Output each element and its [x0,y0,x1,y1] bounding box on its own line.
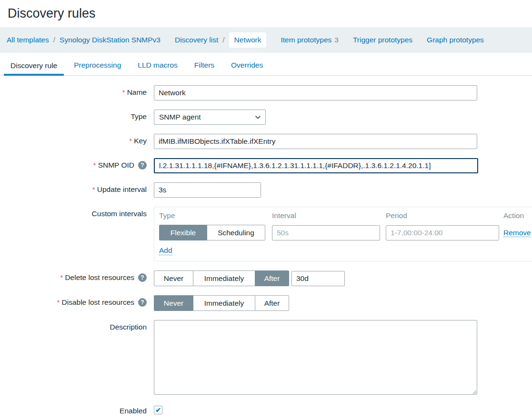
enabled-label-text: Enabled [120,407,147,415]
enabled-label: Enabled [0,404,147,415]
required-marker: * [93,161,96,170]
item-prototypes-count-badge: 3 [334,36,339,44]
breadcrumb-template-name[interactable]: Synology DiskStation SNMPv3 [60,36,161,44]
help-icon[interactable]: ? [138,161,147,170]
required-marker: * [92,185,95,194]
column-header-interval: Interval [272,211,386,220]
key-label-text: Key [134,137,147,145]
breadcrumb: All templates / Synology DiskStation SNM… [0,27,532,53]
scheduling-button[interactable]: Scheduling [207,225,265,240]
required-marker: * [57,298,60,307]
update-interval-input[interactable] [154,182,261,198]
delete-lost-resources-label: * Delete lost resources ? [0,270,147,282]
custom-intervals-row: Custom intervals Type Interval Period Ac… [0,207,532,261]
custom-intervals-label: Custom intervals [0,207,147,218]
chevron-down-icon [255,116,261,119]
snmp-oid-input[interactable] [154,158,478,173]
tab-lld-macros[interactable]: LLD macros [131,55,184,75]
disable-after-button[interactable]: After [255,295,289,311]
delete-immediately-button[interactable]: Immediately [193,270,255,286]
column-header-type: Type [159,211,272,220]
delete-lost-toggle: Never Immediately After [154,270,289,286]
disable-never-button[interactable]: Never [154,295,193,311]
nav-trigger-prototypes[interactable]: Trigger prototypes [353,36,412,44]
type-select[interactable]: SNMP agent [154,110,266,125]
name-label-text: Name [127,88,147,97]
delete-lost-resources-label-text: Delete lost resources [65,273,134,282]
tab-overrides[interactable]: Overrides [224,55,270,75]
custom-intervals-label-text: Custom intervals [92,210,147,218]
add-link[interactable]: Add [159,246,172,255]
page-title: Discovery rules [0,0,532,27]
discovery-rule-form: * Name Type SNMP agent * Key [0,76,532,415]
disable-lost-resources-row: * Disable lost resources ? Never Immedia… [0,295,532,311]
delete-lost-resources-row: * Delete lost resources ? Never Immediat… [0,270,532,286]
interval-input[interactable] [272,225,380,240]
required-marker: * [129,137,132,145]
column-header-action: Action [503,211,531,220]
type-label: Type [0,110,147,121]
check-icon: ✔ [155,406,161,414]
nav-item-prototypes[interactable]: Item prototypes3 [281,36,338,44]
type-label-text: Type [130,112,147,121]
update-interval-label-text: Update interval [97,185,147,194]
discovery-rule-page: Discovery rules All templates / Synology… [0,0,532,420]
disable-lost-resources-label: * Disable lost resources ? [0,295,147,307]
required-marker: * [122,88,125,97]
enabled-checkbox[interactable]: ✔ [154,406,162,414]
tab-preprocessing[interactable]: Preprocessing [67,55,128,75]
breadcrumb-separator: / [222,36,224,44]
flexible-button[interactable]: Flexible [159,225,207,240]
tab-filters[interactable]: Filters [188,55,221,75]
tab-discovery-rule[interactable]: Discovery rule [4,55,64,76]
description-label: Description [0,320,147,331]
help-icon[interactable]: ? [138,298,147,307]
snmp-oid-label-text: SNMP OID [98,161,134,170]
delete-never-button[interactable]: Never [154,270,193,286]
disable-lost-resources-label-text: Disable lost resources [62,298,134,307]
description-row: Description [0,320,532,395]
type-selected-value: SNMP agent [159,113,201,121]
custom-intervals-table: Type Interval Period Action Flexible Sch… [154,207,532,261]
key-input[interactable] [154,134,477,149]
nav-graph-prototypes[interactable]: Graph prototypes [427,36,484,44]
custom-interval-row: Flexible Scheduling Remove [159,225,531,240]
description-label-text: Description [110,323,147,331]
delete-after-button[interactable]: After [255,270,289,286]
custom-intervals-headers: Type Interval Period Action [159,211,531,220]
interval-type-toggle: Flexible Scheduling [159,225,272,240]
name-input[interactable] [154,85,477,100]
disable-immediately-button[interactable]: Immediately [193,295,255,311]
type-row: Type SNMP agent [0,110,532,125]
description-textarea[interactable] [154,320,477,395]
breadcrumb-current-network[interactable]: Network [229,32,267,48]
required-marker: * [60,273,63,282]
column-header-period: Period [386,211,503,220]
enabled-row: Enabled ✔ [0,404,532,415]
disable-lost-toggle: Never Immediately After [154,295,289,311]
period-input[interactable] [386,225,499,240]
breadcrumb-separator: / [53,36,55,44]
nav-item-prototypes-label: Item prototypes [281,36,331,44]
name-label: * Name [0,85,147,97]
form-tabs: Discovery rule Preprocessing LLD macros … [0,53,532,76]
update-interval-label: * Update interval [0,182,147,194]
snmp-oid-label: * SNMP OID ? [0,158,147,170]
snmp-oid-row: * SNMP OID ? [0,158,532,173]
breadcrumb-all-templates[interactable]: All templates [7,36,49,44]
update-interval-row: * Update interval [0,182,532,198]
key-row: * Key [0,134,532,149]
name-row: * Name [0,85,532,100]
key-label: * Key [0,134,147,145]
delete-after-value-input[interactable] [291,271,345,286]
help-icon[interactable]: ? [138,273,147,282]
breadcrumb-discovery-list[interactable]: Discovery list [175,36,218,44]
remove-link[interactable]: Remove [503,229,531,237]
